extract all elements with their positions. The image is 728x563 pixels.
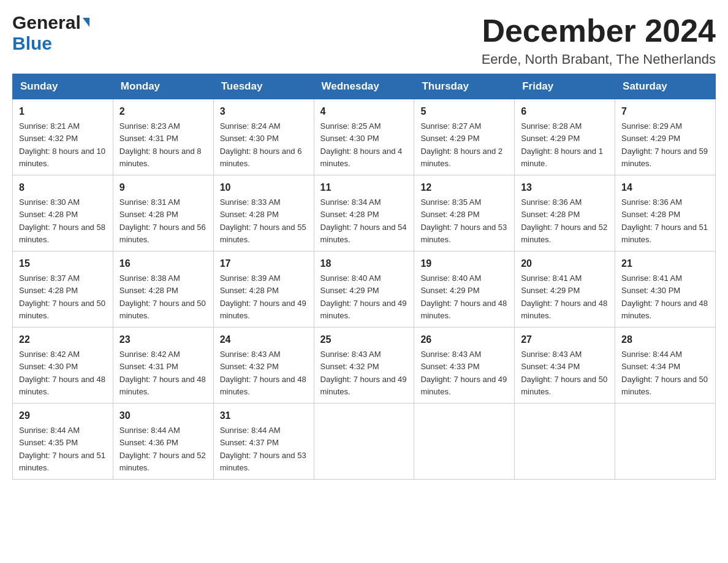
day-info: Sunrise: 8:40 AMSunset: 4:29 PMDaylight:… (420, 274, 507, 320)
day-number: 22 (19, 332, 107, 347)
day-info: Sunrise: 8:33 AMSunset: 4:28 PMDaylight:… (220, 197, 306, 244)
day-info: Sunrise: 8:43 AMSunset: 4:32 PMDaylight:… (320, 350, 407, 396)
day-number: 3 (220, 104, 308, 119)
table-row: 3 Sunrise: 8:24 AMSunset: 4:30 PMDayligh… (213, 99, 314, 175)
day-number: 31 (220, 408, 308, 423)
table-row: 30 Sunrise: 8:44 AMSunset: 4:36 PMDaylig… (113, 404, 213, 480)
day-number: 6 (521, 104, 609, 119)
day-number: 12 (420, 180, 508, 195)
day-info: Sunrise: 8:29 AMSunset: 4:29 PMDaylight:… (621, 121, 708, 168)
day-info: Sunrise: 8:42 AMSunset: 4:30 PMDaylight:… (19, 350, 105, 396)
day-info: Sunrise: 8:36 AMSunset: 4:28 PMDaylight:… (621, 197, 708, 244)
header: General Blue December 2024 Eerde, North … (12, 12, 716, 67)
day-info: Sunrise: 8:42 AMSunset: 4:31 PMDaylight:… (119, 350, 206, 396)
day-number: 9 (119, 180, 207, 195)
table-row: 15 Sunrise: 8:37 AMSunset: 4:28 PMDaylig… (13, 251, 113, 327)
table-row: 8 Sunrise: 8:30 AMSunset: 4:28 PMDayligh… (13, 175, 113, 251)
calendar-week-row: 15 Sunrise: 8:37 AMSunset: 4:28 PMDaylig… (13, 251, 716, 327)
day-number: 29 (19, 408, 107, 423)
table-row: 14 Sunrise: 8:36 AMSunset: 4:28 PMDaylig… (615, 175, 716, 251)
table-row: 5 Sunrise: 8:27 AMSunset: 4:29 PMDayligh… (414, 99, 515, 175)
table-row: 31 Sunrise: 8:44 AMSunset: 4:37 PMDaylig… (213, 404, 314, 480)
table-row: 29 Sunrise: 8:44 AMSunset: 4:35 PMDaylig… (13, 404, 113, 480)
logo-blue: Blue (12, 33, 89, 54)
table-row: 6 Sunrise: 8:28 AMSunset: 4:29 PMDayligh… (515, 99, 615, 175)
day-number: 14 (621, 180, 709, 195)
day-info: Sunrise: 8:30 AMSunset: 4:28 PMDaylight:… (19, 197, 105, 244)
day-number: 21 (621, 256, 709, 271)
table-row (314, 404, 414, 480)
calendar-week-row: 1 Sunrise: 8:21 AMSunset: 4:32 PMDayligh… (13, 99, 716, 175)
table-row: 26 Sunrise: 8:43 AMSunset: 4:33 PMDaylig… (414, 327, 515, 404)
day-number: 7 (621, 104, 709, 119)
day-number: 13 (521, 180, 609, 195)
day-number: 23 (119, 332, 207, 347)
table-row: 20 Sunrise: 8:41 AMSunset: 4:29 PMDaylig… (515, 251, 615, 327)
col-friday: Friday (515, 74, 615, 99)
table-row: 16 Sunrise: 8:38 AMSunset: 4:28 PMDaylig… (113, 251, 213, 327)
table-row: 21 Sunrise: 8:41 AMSunset: 4:30 PMDaylig… (615, 251, 716, 327)
day-info: Sunrise: 8:37 AMSunset: 4:28 PMDaylight:… (19, 274, 105, 320)
col-tuesday: Tuesday (213, 74, 314, 99)
calendar-table: Sunday Monday Tuesday Wednesday Thursday… (12, 74, 716, 480)
day-number: 5 (420, 104, 508, 119)
day-info: Sunrise: 8:43 AMSunset: 4:32 PMDaylight:… (220, 350, 306, 396)
day-info: Sunrise: 8:31 AMSunset: 4:28 PMDaylight:… (119, 197, 206, 244)
day-info: Sunrise: 8:25 AMSunset: 4:30 PMDaylight:… (320, 121, 403, 168)
day-info: Sunrise: 8:35 AMSunset: 4:28 PMDaylight:… (420, 197, 507, 244)
table-row (515, 404, 615, 480)
day-info: Sunrise: 8:38 AMSunset: 4:28 PMDaylight:… (119, 274, 206, 320)
table-row: 25 Sunrise: 8:43 AMSunset: 4:32 PMDaylig… (314, 327, 414, 404)
table-row: 12 Sunrise: 8:35 AMSunset: 4:28 PMDaylig… (414, 175, 515, 251)
day-number: 1 (19, 104, 107, 119)
day-info: Sunrise: 8:43 AMSunset: 4:34 PMDaylight:… (521, 350, 607, 396)
logo-general: General (12, 12, 81, 33)
calendar-week-row: 8 Sunrise: 8:30 AMSunset: 4:28 PMDayligh… (13, 175, 716, 251)
col-thursday: Thursday (414, 74, 515, 99)
day-info: Sunrise: 8:44 AMSunset: 4:37 PMDaylight:… (220, 426, 306, 472)
col-monday: Monday (113, 74, 213, 99)
day-info: Sunrise: 8:40 AMSunset: 4:29 PMDaylight:… (320, 274, 407, 320)
day-info: Sunrise: 8:39 AMSunset: 4:28 PMDaylight:… (220, 274, 306, 320)
day-number: 17 (220, 256, 308, 271)
day-info: Sunrise: 8:44 AMSunset: 4:36 PMDaylight:… (119, 426, 206, 472)
table-row: 7 Sunrise: 8:29 AMSunset: 4:29 PMDayligh… (615, 99, 716, 175)
table-row: 4 Sunrise: 8:25 AMSunset: 4:30 PMDayligh… (314, 99, 414, 175)
day-number: 8 (19, 180, 107, 195)
location-title: Eerde, North Brabant, The Netherlands (482, 52, 716, 67)
day-info: Sunrise: 8:24 AMSunset: 4:30 PMDaylight:… (220, 121, 302, 168)
logo-triangle-icon (83, 18, 89, 27)
day-info: Sunrise: 8:44 AMSunset: 4:34 PMDaylight:… (621, 350, 708, 396)
table-row (615, 404, 716, 480)
col-saturday: Saturday (615, 74, 716, 99)
day-number: 19 (420, 256, 508, 271)
day-info: Sunrise: 8:27 AMSunset: 4:29 PMDaylight:… (420, 121, 502, 168)
day-number: 10 (220, 180, 308, 195)
day-number: 2 (119, 104, 207, 119)
day-number: 30 (119, 408, 207, 423)
day-info: Sunrise: 8:28 AMSunset: 4:29 PMDaylight:… (521, 121, 603, 168)
day-info: Sunrise: 8:41 AMSunset: 4:29 PMDaylight:… (521, 274, 607, 320)
day-number: 16 (119, 256, 207, 271)
table-row: 17 Sunrise: 8:39 AMSunset: 4:28 PMDaylig… (213, 251, 314, 327)
table-row: 24 Sunrise: 8:43 AMSunset: 4:32 PMDaylig… (213, 327, 314, 404)
day-number: 4 (320, 104, 408, 119)
table-row: 28 Sunrise: 8:44 AMSunset: 4:34 PMDaylig… (615, 327, 716, 404)
day-info: Sunrise: 8:23 AMSunset: 4:31 PMDaylight:… (119, 121, 202, 168)
day-number: 15 (19, 256, 107, 271)
logo: General Blue (12, 12, 89, 54)
table-row: 2 Sunrise: 8:23 AMSunset: 4:31 PMDayligh… (113, 99, 213, 175)
table-row: 22 Sunrise: 8:42 AMSunset: 4:30 PMDaylig… (13, 327, 113, 404)
day-number: 24 (220, 332, 308, 347)
calendar-header-row: Sunday Monday Tuesday Wednesday Thursday… (13, 74, 716, 99)
day-number: 20 (521, 256, 609, 271)
table-row: 23 Sunrise: 8:42 AMSunset: 4:31 PMDaylig… (113, 327, 213, 404)
day-number: 28 (621, 332, 709, 347)
table-row: 13 Sunrise: 8:36 AMSunset: 4:28 PMDaylig… (515, 175, 615, 251)
month-title: December 2024 (482, 12, 716, 49)
table-row: 19 Sunrise: 8:40 AMSunset: 4:29 PMDaylig… (414, 251, 515, 327)
table-row (414, 404, 515, 480)
col-wednesday: Wednesday (314, 74, 414, 99)
day-info: Sunrise: 8:43 AMSunset: 4:33 PMDaylight:… (420, 350, 507, 396)
calendar-week-row: 29 Sunrise: 8:44 AMSunset: 4:35 PMDaylig… (13, 404, 716, 480)
